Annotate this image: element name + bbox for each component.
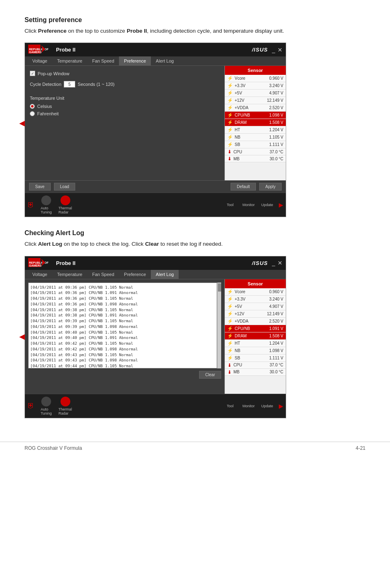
sensor-icon-1-0: ⚡ bbox=[227, 76, 233, 81]
section1: Setting preference Click Preference on t… bbox=[25, 16, 365, 217]
tab-temperature-1[interactable]: Temperature bbox=[52, 56, 87, 65]
tab-preference-2[interactable]: Preference bbox=[119, 270, 151, 279]
taskbar-auto-tuning-2[interactable]: AutoTuning bbox=[38, 396, 54, 416]
app-titlebar-1: REPUBLIC OF GAMERS Probe II /ISUS _ ✕ bbox=[25, 43, 286, 56]
app-main-2: ◀ [04/19/2011 at 09:36 pm] CPU/NB 1.105 … bbox=[25, 279, 224, 394]
sensor-icon-2-5: ⚡ bbox=[227, 326, 233, 331]
thermal-radar-label-2: ThermalRadar bbox=[58, 407, 72, 415]
sensor-icon-2-4: ⚡ bbox=[227, 319, 233, 324]
sensor-val-2-11: 30.0 °C bbox=[270, 370, 283, 374]
taskbar-tool-2[interactable]: Tool bbox=[222, 403, 238, 409]
cycle-row: Cycle Detection Seconds (1 ~ 120) bbox=[30, 81, 220, 88]
sensor-name-2-3: +12V bbox=[235, 312, 267, 316]
sensor-item-1-8: ⚡NB1.105 V bbox=[225, 134, 286, 141]
taskbar-tool-1[interactable]: Tool bbox=[222, 202, 238, 208]
update-label-1: Update bbox=[261, 203, 273, 207]
taskbar-thermal-radar-1[interactable]: ThermalRadar bbox=[56, 195, 74, 215]
sensor-header-1: Sensor bbox=[225, 66, 286, 75]
taskbar-auto-tuning-1[interactable]: AutoTuning bbox=[38, 195, 54, 215]
app-taskbar-2: ⛨ AutoTuning ThermalRadar Tool Monitor bbox=[25, 394, 286, 418]
sensor-name-2-11: MB bbox=[233, 370, 270, 374]
sensor-icon-2-3: ⚡ bbox=[227, 311, 233, 316]
taskbar-update-1[interactable]: Update bbox=[259, 202, 276, 208]
app-window-1: REPUBLIC OF GAMERS Probe II /ISUS _ ✕ bbox=[25, 43, 286, 217]
sensor-item-1-2: ⚡+5V4.907 V bbox=[225, 90, 286, 97]
taskbar-thermal-radar-2[interactable]: ThermalRadar bbox=[56, 396, 74, 416]
app-title-1: Probe II bbox=[56, 47, 76, 53]
sensor-item-2-10: 🌡CPU37.0 °C bbox=[225, 362, 286, 369]
sensor-val-1-7: 1.204 V bbox=[269, 128, 283, 132]
app-footer-1: Save Load Default Apply bbox=[25, 180, 286, 193]
tab-fanspeed-2[interactable]: Fan Speed bbox=[87, 270, 119, 279]
tab-bar-1: Voltage Temperature Fan Speed Preference… bbox=[25, 56, 286, 66]
thermal-radar-icon-2 bbox=[61, 397, 70, 406]
sensor-val-2-4: 2.520 V bbox=[269, 319, 283, 323]
sensor-icon-1-4: ⚡ bbox=[227, 105, 233, 110]
sensor-val-1-9: 1.111 V bbox=[269, 142, 283, 147]
tab-voltage-1[interactable]: Voltage bbox=[27, 56, 52, 65]
left-arrow-icon-2[interactable]: ◀ bbox=[19, 332, 25, 341]
tab-alertlog-2[interactable]: Alert Log bbox=[151, 270, 179, 279]
popup-checkbox[interactable]: ✓ bbox=[30, 71, 35, 76]
svg-text:REPUBLIC OF: REPUBLIC OF bbox=[29, 48, 49, 51]
minimize-icon[interactable]: _ bbox=[272, 47, 275, 53]
sensor-item-1-11: 🌡MB30.0 °C bbox=[225, 155, 286, 162]
right-arrow-icon-2[interactable]: ▶ bbox=[279, 403, 283, 409]
tab-alertlog-1[interactable]: Alert Log bbox=[151, 56, 179, 65]
scrollbar[interactable] bbox=[217, 283, 221, 368]
sensor-item-2-7: ⚡HT1.204 V bbox=[225, 340, 286, 347]
app-main-1: ◀ ✓ Pop-up Window Cycle Detection Second… bbox=[25, 66, 224, 180]
fahrenheit-radio[interactable] bbox=[30, 111, 35, 116]
app-titlebar-2: REPUBLIC OF GAMERS Probe II /ISUS _ ✕ bbox=[25, 256, 286, 270]
tool-label-2: Tool bbox=[227, 404, 234, 408]
sensor-name-1-4: +VDDA bbox=[235, 105, 269, 110]
sensor-name-2-9: SB bbox=[235, 356, 269, 360]
sensor-name-1-10: CPU bbox=[233, 150, 270, 154]
minimize-icon-2[interactable]: _ bbox=[272, 260, 275, 266]
sensor-item-1-1: ⚡+3.3V3.240 V bbox=[225, 82, 286, 90]
tab-temperature-2[interactable]: Temperature bbox=[52, 270, 87, 279]
celsius-radio[interactable] bbox=[30, 104, 35, 109]
sensor-name-1-5: CPU/NB bbox=[235, 113, 269, 117]
sensor-name-2-5: CPU/NB bbox=[235, 326, 269, 331]
right-arrow-icon-1[interactable]: ▶ bbox=[279, 202, 283, 208]
sensor-name-1-8: NB bbox=[235, 135, 269, 139]
asus-logo-1: /ISUS bbox=[252, 47, 268, 53]
tab-voltage-2[interactable]: Voltage bbox=[27, 270, 52, 279]
sensor-icon-2-11: 🌡 bbox=[227, 370, 232, 375]
app-body-1: ◀ ✓ Pop-up Window Cycle Detection Second… bbox=[25, 66, 286, 180]
taskbar-monitor-2[interactable]: Monitor bbox=[240, 403, 257, 409]
tab-preference-1[interactable]: Preference bbox=[119, 56, 151, 65]
sensor-icon-2-8: ⚡ bbox=[227, 348, 233, 353]
cycle-input[interactable] bbox=[64, 81, 75, 88]
close-icon[interactable]: ✕ bbox=[278, 47, 282, 53]
page-footer: ROG Crosshair V Formula 4-21 bbox=[0, 442, 390, 451]
taskbar-update-2[interactable]: Update bbox=[259, 403, 276, 409]
sensor-icon-1-11: 🌡 bbox=[227, 156, 232, 161]
sensor-item-2-2: ⚡+5V4.907 V bbox=[225, 303, 286, 310]
tool-label-1: Tool bbox=[227, 203, 234, 207]
close-icon-2[interactable]: ✕ bbox=[278, 260, 282, 266]
sensor-name-2-8: NB bbox=[235, 348, 269, 353]
log-line-0: [04/19/2011 at 09:36 pm] CPU/NB 1.105 No… bbox=[30, 285, 215, 290]
sensor-name-2-1: +3.3V bbox=[235, 297, 269, 301]
apply-button-1[interactable]: Apply bbox=[259, 183, 282, 191]
sensor-item-2-1: ⚡+3.3V3.240 V bbox=[225, 296, 286, 303]
default-button-1[interactable]: Default bbox=[231, 183, 256, 191]
svg-text:GAMERS: GAMERS bbox=[29, 51, 42, 54]
left-arrow-icon-1[interactable]: ◀ bbox=[19, 119, 25, 128]
thermal-radar-label-1: ThermalRadar bbox=[58, 206, 72, 214]
sensor-val-1-3: 12.149 V bbox=[267, 98, 283, 103]
sensor-item-2-0: ⚡Vcore0.960 V bbox=[225, 288, 286, 296]
tab-fanspeed-1[interactable]: Fan Speed bbox=[87, 56, 119, 65]
sensor-icon-1-2: ⚡ bbox=[227, 90, 233, 96]
section1-desc: Click Preference on the top to customize… bbox=[25, 27, 365, 35]
clear-button[interactable]: Clear bbox=[199, 371, 221, 379]
sensor-val-2-10: 37.0 °C bbox=[270, 363, 283, 367]
taskbar-monitor-1[interactable]: Monitor bbox=[240, 202, 257, 208]
sensor-item-1-0: ⚡Vcore0.960 V bbox=[225, 75, 286, 82]
save-button-1[interactable]: Save bbox=[29, 183, 51, 191]
sensor-icon-2-9: ⚡ bbox=[227, 355, 233, 361]
sensor-val-2-9: 1.111 V bbox=[269, 356, 283, 360]
load-button-1[interactable]: Load bbox=[54, 183, 75, 191]
